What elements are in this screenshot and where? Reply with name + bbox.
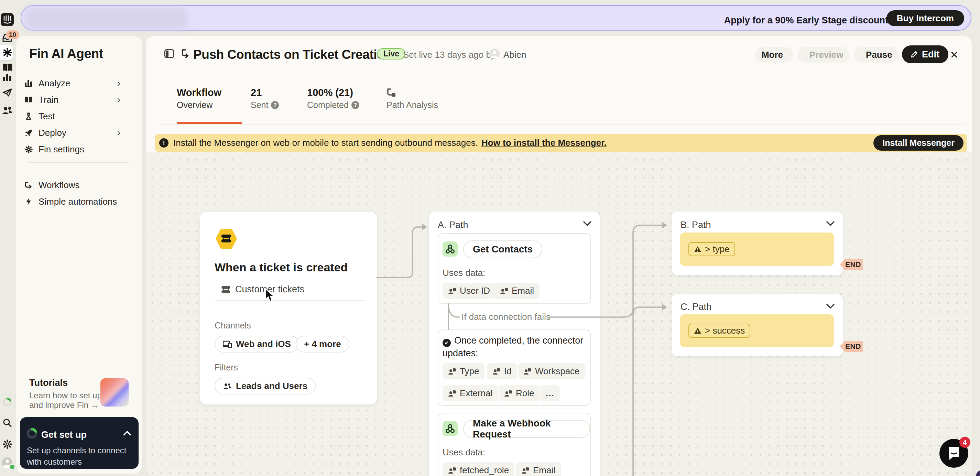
filter-chip[interactable]: Leads and Users xyxy=(215,377,316,395)
fail-branch-label: If data connection fails xyxy=(461,312,550,322)
sidebar-item-deploy[interactable]: Deploy › xyxy=(24,124,136,141)
path-b-warning-chip[interactable]: > type xyxy=(689,242,735,256)
settings-gear-icon[interactable] xyxy=(1,439,14,449)
data-chip[interactable]: Workspace xyxy=(518,363,585,379)
tab-completed-label[interactable]: Completed? xyxy=(307,100,360,110)
tutorials-thumbnail[interactable] xyxy=(100,378,129,406)
path-c-card[interactable]: C. Path > success xyxy=(671,294,843,356)
data-chip[interactable]: Id xyxy=(487,363,517,379)
get-contacts-action[interactable]: Get Contacts xyxy=(463,240,542,258)
sidebar-item-label: Test xyxy=(38,111,55,122)
chevron-down-icon[interactable] xyxy=(826,221,835,226)
sidebar-item-label: Analyze xyxy=(38,78,70,89)
sidebar-item-test[interactable]: Test xyxy=(24,108,136,124)
search-icon[interactable] xyxy=(1,418,14,427)
contact-attr-icon xyxy=(492,368,501,375)
sidebar-item-simple-automations[interactable]: Simple automations xyxy=(24,193,136,210)
path-c-step[interactable]: > success xyxy=(680,314,834,347)
data-chip[interactable]: Email xyxy=(516,462,561,476)
reports-icon[interactable] xyxy=(1,73,14,83)
path-c-warning-chip[interactable]: > success xyxy=(689,324,750,338)
path-c-title: C. Path xyxy=(681,302,711,312)
sidebar-item-train[interactable]: Train › xyxy=(24,91,136,108)
chevron-down-icon[interactable] xyxy=(583,221,592,226)
buy-intercom-button[interactable]: Buy Intercom xyxy=(886,10,964,26)
more-chips-ellipsis[interactable]: … xyxy=(540,385,560,401)
set-live-subtitle: Set live 13 days ago by xyxy=(403,49,495,60)
data-chip[interactable]: Role xyxy=(499,385,539,401)
test-flask-icon xyxy=(24,113,33,120)
progress-ring-icon[interactable] xyxy=(1,398,14,406)
preview-button[interactable]: Preview xyxy=(798,47,850,63)
data-chip[interactable]: fetched_role xyxy=(442,462,514,476)
path-b-step[interactable]: > type xyxy=(680,232,834,266)
outbound-icon[interactable] xyxy=(1,88,14,97)
analyze-icon xyxy=(24,80,33,87)
setup-progress-ring xyxy=(26,428,38,439)
deploy-rocket-icon xyxy=(24,129,33,137)
author-name: Abien xyxy=(503,49,527,60)
warning-icon xyxy=(694,328,702,334)
redacted-workspace-name xyxy=(25,8,187,29)
sidebar-item-fin-settings[interactable]: Fin settings xyxy=(24,141,136,158)
tabs-divider xyxy=(158,124,967,124)
chevron-up-icon[interactable] xyxy=(123,431,131,435)
path-a-card[interactable]: A. Path Get Contacts Uses data: User ID … xyxy=(429,212,600,476)
sidebar-divider xyxy=(29,162,129,163)
sidebar-item-analyze[interactable]: Analyze › xyxy=(24,75,136,91)
uses-data-label: Uses data: xyxy=(442,267,485,278)
tab-sent-label[interactable]: Sent? xyxy=(251,100,279,110)
check-icon: ✔ xyxy=(442,339,451,347)
tutorials-line1: Learn how to set up xyxy=(29,391,102,400)
webhook-request-node[interactable]: Make a Webhook Request Uses data: fetche… xyxy=(438,413,591,476)
sidebar-item-label: Deploy xyxy=(38,127,66,138)
get-contacts-node[interactable]: Get Contacts Uses data: User ID Email xyxy=(438,233,591,304)
trigger-source-row[interactable]: Customer tickets xyxy=(221,284,304,295)
webhook-request-action[interactable]: Make a Webhook Request xyxy=(463,420,590,438)
webhook-icon xyxy=(442,242,458,256)
chevron-down-icon[interactable] xyxy=(826,304,835,309)
get-set-up-title: Get set up xyxy=(41,430,87,440)
sidebar-item-label: Simple automations xyxy=(38,196,117,207)
knowledge-icon[interactable] xyxy=(1,63,14,72)
pause-button[interactable]: Pause xyxy=(854,47,898,63)
contact-attr-icon xyxy=(500,288,508,295)
contact-attr-icon xyxy=(448,368,456,375)
tab-overview-value[interactable]: Workflow xyxy=(177,87,221,99)
connector-updates-node[interactable]: ✔Once completed, the connector updates: … xyxy=(438,330,591,406)
data-chip[interactable]: Type xyxy=(442,363,485,379)
pencil-icon xyxy=(911,51,918,58)
chevron-right-icon: › xyxy=(117,94,120,105)
notice-link[interactable]: How to install the Messenger. xyxy=(481,138,606,148)
tab-path-analysis-label[interactable]: Path Analysis xyxy=(387,100,438,110)
workflow-title: Push Contacts on Ticket Creation xyxy=(193,48,392,62)
contacts-icon[interactable] xyxy=(1,106,14,115)
edit-button[interactable]: Edit xyxy=(902,45,948,63)
trigger-divider xyxy=(215,300,364,301)
tab-completed-value[interactable]: 100% (21) xyxy=(307,87,353,99)
data-chip[interactable]: Email xyxy=(495,283,539,299)
install-messenger-button[interactable]: Install Messenger xyxy=(873,135,964,151)
sidebar-item-workflows[interactable]: Workflows xyxy=(24,177,136,193)
path-analysis-icon[interactable] xyxy=(387,88,396,97)
more-button[interactable]: More xyxy=(755,47,793,63)
intercom-logo[interactable] xyxy=(1,13,14,27)
workflow-branch-icon xyxy=(181,49,191,58)
channel-chip[interactable]: Web and iOS xyxy=(215,336,299,352)
more-channels-chip[interactable]: + 4 more xyxy=(296,336,349,352)
path-b-card[interactable]: B. Path > type xyxy=(671,212,843,275)
tab-overview-label[interactable]: Overview xyxy=(177,100,213,110)
close-button[interactable]: ✕ xyxy=(946,47,962,63)
promo-text: Apply for a 90% Early Stage discount xyxy=(724,15,888,26)
chat-bubble-icon xyxy=(947,446,961,460)
tab-sent-value[interactable]: 21 xyxy=(251,87,262,99)
data-chip[interactable]: User ID xyxy=(442,283,495,299)
ticket-trigger-icon xyxy=(216,228,237,250)
collapse-sidebar-icon[interactable] xyxy=(164,49,174,58)
promo-banner: Apply for a 90% Early Stage discount Buy… xyxy=(21,5,971,30)
get-set-up-card[interactable]: Get set up Set up channels to connectwit… xyxy=(20,417,138,469)
fin-ai-icon[interactable] xyxy=(1,48,14,57)
corner-decoration xyxy=(976,470,980,476)
tutorials-link[interactable]: and improve Fin → xyxy=(29,400,99,410)
data-chip[interactable]: External xyxy=(442,385,498,401)
